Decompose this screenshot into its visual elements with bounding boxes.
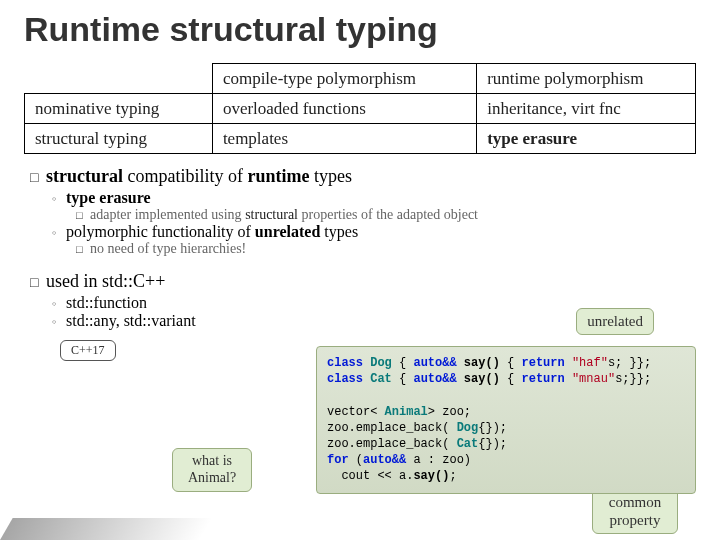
b1-a: structural bbox=[46, 166, 123, 186]
bullet-2: □ used in std::C++ bbox=[30, 271, 696, 292]
cell-highlight: type erasure bbox=[477, 124, 696, 154]
sub-bullet-icon: ◦ bbox=[52, 296, 66, 311]
row-label-1: nominative typing bbox=[25, 94, 213, 124]
s4: no need of type hierarchies! bbox=[90, 241, 246, 257]
cell: inheritance, virt fnc bbox=[477, 94, 696, 124]
s2b: structural bbox=[245, 207, 298, 222]
slide-title: Runtime structural typing bbox=[24, 10, 696, 49]
b1-d: types bbox=[309, 166, 352, 186]
s2a: adapter implemented using bbox=[90, 207, 245, 222]
s3a: polymorphic functionality of bbox=[66, 223, 255, 240]
cell: templates bbox=[212, 124, 476, 154]
sub-bullet-icon: ◦ bbox=[52, 225, 66, 240]
sub-bullet-1a: ◦ type erasure bbox=[52, 189, 696, 207]
decorative-shadow bbox=[0, 518, 213, 540]
b2: used in std::C++ bbox=[46, 271, 165, 292]
bullet-icon: □ bbox=[30, 169, 46, 185]
callout-whatis: what is Animal? bbox=[172, 448, 252, 492]
s2c: properties of the adapted object bbox=[298, 207, 478, 222]
sub2-icon: □ bbox=[76, 243, 90, 255]
b1-b: compatibility of bbox=[123, 166, 247, 186]
sub-bullet-icon: ◦ bbox=[52, 191, 66, 206]
row-label-2: structural typing bbox=[25, 124, 213, 154]
table-row: nominative typing overloaded functions i… bbox=[25, 94, 696, 124]
table-row: structural typing templates type erasure bbox=[25, 124, 696, 154]
sub1-text: type erasure bbox=[66, 189, 151, 206]
sub2-icon: □ bbox=[76, 209, 90, 221]
s3c: types bbox=[320, 223, 358, 240]
cell: overloaded functions bbox=[212, 94, 476, 124]
callout-unrelated: unrelated bbox=[576, 308, 654, 335]
table-header-row: compile-type polymorphism runtime polymo… bbox=[25, 64, 696, 94]
cpp17-badge: C++17 bbox=[60, 340, 116, 361]
b1-c: runtime bbox=[247, 166, 309, 186]
bullet-1: □ structural compatibility of runtime ty… bbox=[30, 166, 696, 187]
code-example: class Dog { auto&& say() { return "haf"s… bbox=[316, 346, 696, 494]
bullet-icon: □ bbox=[30, 274, 46, 290]
b2s2: std::any, std::variant bbox=[66, 312, 196, 330]
s3b: unrelated bbox=[255, 223, 320, 240]
empty-cell bbox=[25, 64, 213, 94]
sub-bullet-icon: ◦ bbox=[52, 314, 66, 329]
sub-bullet-1a-i: □ adapter implemented using structural p… bbox=[76, 207, 696, 223]
sub-bullet-1b-i: □ no need of type hierarchies! bbox=[76, 241, 696, 257]
col-header-1: compile-type polymorphism bbox=[212, 64, 476, 94]
col-header-2: runtime polymorphism bbox=[477, 64, 696, 94]
typing-matrix: compile-type polymorphism runtime polymo… bbox=[24, 63, 696, 154]
sub-bullet-1b: ◦ polymorphic functionality of unrelated… bbox=[52, 223, 696, 241]
b2s1: std::function bbox=[66, 294, 147, 312]
callout-common: common property bbox=[592, 488, 678, 534]
